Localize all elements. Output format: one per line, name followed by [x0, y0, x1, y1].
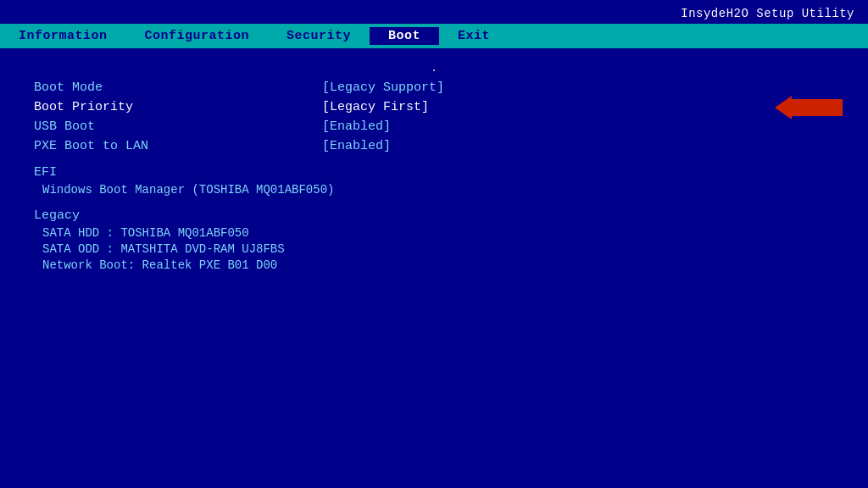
- menu-item-boot[interactable]: Boot: [370, 27, 439, 45]
- utility-title: InsydeH2O Setup Utility: [681, 7, 854, 20]
- efi-section-label: EFI: [34, 165, 834, 180]
- efi-item-0: Windows Boot Manager (TOSHIBA MQ01ABF050…: [34, 183, 834, 197]
- menu-item-exit[interactable]: Exit: [439, 27, 509, 45]
- utility-title-bar: InsydeH2O Setup Utility: [0, 0, 868, 24]
- legacy-section-label: Legacy: [34, 208, 834, 223]
- arrow-indicator: [788, 99, 843, 116]
- boot-mode-row: Boot Mode [Legacy Support]: [34, 80, 834, 95]
- bios-screen: InsydeH2O Setup Utility Information Conf…: [0, 0, 868, 488]
- legacy-item-1: SATA ODD : MATSHITA DVD-RAM UJ8FBS: [34, 242, 834, 256]
- pxe-boot-value[interactable]: [Enabled]: [322, 139, 391, 153]
- usb-boot-label: USB Boot: [34, 119, 322, 134]
- boot-mode-value[interactable]: [Legacy Support]: [322, 80, 444, 95]
- boot-priority-value[interactable]: [Legacy First]: [322, 100, 429, 114]
- dot-indicator: ·: [34, 65, 834, 77]
- usb-boot-row: USB Boot [Enabled]: [34, 119, 834, 134]
- menu-item-configuration[interactable]: Configuration: [126, 27, 269, 45]
- legacy-item-0: SATA HDD : TOSHIBA MQ01ABF050: [34, 226, 834, 240]
- boot-priority-label: Boot Priority: [34, 100, 322, 114]
- usb-boot-value[interactable]: [Enabled]: [322, 119, 391, 134]
- legacy-item-2: Network Boot: Realtek PXE B01 D00: [34, 258, 834, 272]
- menu-item-information[interactable]: Information: [0, 27, 126, 45]
- boot-mode-label: Boot Mode: [34, 80, 322, 95]
- pxe-boot-label: PXE Boot to LAN: [34, 139, 322, 153]
- menu-bar: Information Configuration Security Boot …: [0, 24, 868, 48]
- menu-item-security[interactable]: Security: [268, 27, 370, 45]
- boot-priority-row: Boot Priority [Legacy First]: [34, 100, 834, 114]
- content-area: · Boot Mode [Legacy Support] Boot Priori…: [0, 48, 868, 488]
- pxe-boot-row: PXE Boot to LAN [Enabled]: [34, 139, 834, 153]
